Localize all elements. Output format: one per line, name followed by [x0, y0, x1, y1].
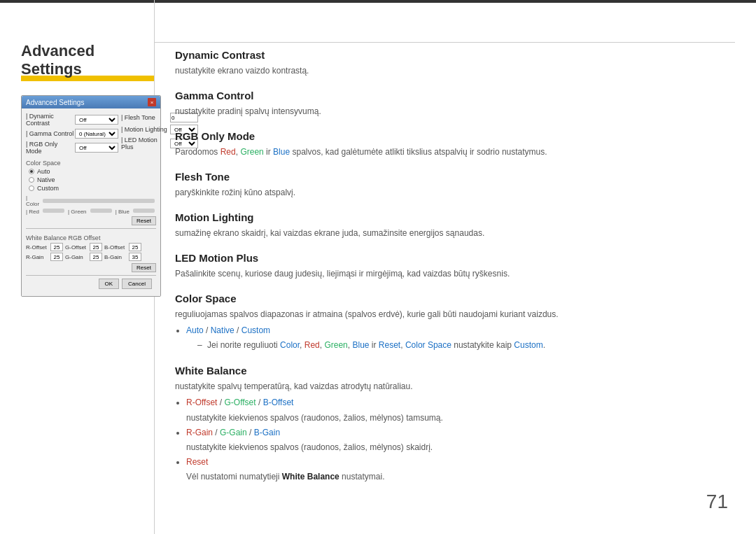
radio-custom[interactable]: Custom	[29, 185, 156, 192]
dialog-title-text: Advanced Settings	[26, 99, 84, 106]
cancel-button[interactable]: Cancel	[122, 279, 152, 289]
section-title-dynamic-contrast: Dynamic Contrast	[175, 49, 735, 61]
radio-native[interactable]: Native	[29, 176, 156, 183]
rgb-green-link: Green	[240, 147, 263, 157]
section-text-rgb-only-mode: Parodomos Red, Green ir Blue spalvos, ka…	[175, 146, 735, 158]
color-sliders: | Color | Red | Green | Blue Reset	[26, 195, 156, 225]
wb-reset-button[interactable]: Reset	[132, 263, 156, 272]
section-title-motion-lighting: Motion Lighting	[175, 211, 735, 223]
rgb-only-mode-select[interactable]: Off	[75, 143, 118, 153]
section-gamma-control: Gamma Control nustatykite pradinį spalvų…	[175, 90, 735, 118]
section-dynamic-contrast: Dynamic Contrast nustatykite ekrano vaiz…	[175, 49, 735, 77]
radio-native-label: Native	[37, 176, 55, 183]
wb-offset-desc: nustatykite kiekvienos spalvos (raudonos…	[186, 412, 735, 424]
page-number: 71	[706, 491, 728, 513]
dialog-row-dynamic-contrast: | Dynamic Contrast Off	[26, 113, 118, 127]
wb-section-label: White Balance RGB Offset	[26, 234, 156, 241]
cs-reset-link: Reset	[379, 340, 400, 350]
cs-red-link: Red	[304, 340, 320, 350]
b-gain-input[interactable]	[129, 253, 141, 261]
section-text-led-motion-plus: Pašalinkite scenų, kuriose daug judesių,…	[175, 267, 735, 280]
wb-offset-row: R-Offset G-Offset B-Offset	[26, 243, 156, 251]
wb-bullet-reset: Reset Vėl nustatomi numatytieji White Ba…	[186, 456, 735, 483]
page-title: Advanced Settings	[21, 42, 154, 81]
section-color-space: Color Space reguliuojamas spalvos diapaz…	[175, 293, 735, 352]
g-offset-input[interactable]	[90, 243, 102, 251]
wb-b-gain-link: B-Gain	[254, 428, 280, 437]
advanced-settings-dialog: Advanced Settings × | Dynamic Contrast O…	[21, 95, 161, 297]
ok-button[interactable]: OK	[99, 279, 120, 289]
dialog-row-rgb-only-mode: | RGB Only Mode Off	[26, 141, 118, 155]
cs-blue-link: Blue	[352, 340, 369, 350]
section-title-flesh-tone: Flesh Tone	[175, 171, 735, 183]
radio-custom-dot	[29, 185, 34, 191]
top-bar	[0, 0, 756, 3]
wb-bullet-offset: R-Offset / G-Offset / B-Offset nustatyki…	[186, 396, 735, 423]
section-title-led-motion-plus: LED Motion Plus	[175, 252, 735, 264]
wb-r-offset-link: R-Offset	[186, 398, 217, 407]
color-space-section-label: Color Space	[26, 160, 156, 167]
radio-custom-label: Custom	[37, 185, 59, 192]
white-balance-section: White Balance RGB Offset R-Offset G-Offs…	[26, 228, 156, 272]
green-slider[interactable]	[90, 209, 112, 213]
wb-bullet-gain: R-Gain / G-Gain / B-Gain nustatykite kie…	[186, 426, 735, 454]
section-flesh-tone: Flesh Tone paryškinkite rožinį kūno atsp…	[175, 171, 735, 199]
gamma-control-select[interactable]: 0 (Natural)	[75, 129, 118, 139]
dialog-body: | Dynamic Contrast Off | Gamma Control 0…	[22, 108, 160, 296]
wb-g-offset-link: G-Offset	[224, 398, 255, 407]
blue-slider[interactable]	[133, 209, 155, 213]
rgb-blue-link: Blue	[273, 147, 290, 157]
dynamic-contrast-select[interactable]: Off	[75, 115, 118, 125]
section-title-color-space: Color Space	[175, 293, 735, 304]
color-space-bullets: Auto / Native / Custom Jei norite reguli…	[186, 324, 735, 352]
section-rgb-only-mode: RGB Only Mode Parodomos Red, Green ir Bl…	[175, 130, 735, 158]
page-title-text: Advanced Settings	[21, 42, 94, 78]
color-space-bullet-options: Auto / Native / Custom Jei norite reguli…	[186, 324, 735, 352]
section-text-gamma-control: nustatykite pradinį spalvų intensyvumą.	[175, 105, 735, 118]
cs-custom-link: Custom	[241, 325, 270, 335]
section-led-motion-plus: LED Motion Plus Pašalinkite scenų, kurio…	[175, 252, 735, 280]
left-panel: Advanced Settings Advanced Settings × | …	[21, 42, 154, 297]
r-gain-input[interactable]	[50, 253, 63, 261]
wb-bold-label: White Balance	[282, 472, 340, 482]
section-text-motion-lighting: sumažinę ekrano skaidrį, kai vaizdas ekr…	[175, 227, 735, 239]
red-slider[interactable]	[43, 209, 64, 213]
radio-group-color-space: Auto Native Custom	[29, 168, 156, 192]
cs-native-link: Native	[211, 325, 234, 335]
radio-auto[interactable]: Auto	[29, 168, 156, 175]
section-text-flesh-tone: paryškinkite rožinį kūno atspalvį.	[175, 186, 735, 199]
dialog-title-bar: Advanced Settings ×	[22, 96, 160, 108]
color-row-color: | Color	[26, 195, 156, 207]
dialog-row-gamma-control: | Gamma Control 0 (Natural)	[26, 129, 118, 139]
wb-r-gain-link: R-Gain	[186, 428, 213, 437]
section-title-gamma-control: Gamma Control	[175, 90, 735, 101]
rgb-red-link: Red	[220, 147, 236, 157]
radio-auto-label: Auto	[37, 168, 50, 175]
color-slider[interactable]	[43, 199, 155, 203]
cs-green-link: Green	[324, 340, 347, 350]
wb-reset-link: Reset	[186, 457, 208, 467]
cs-auto-link: Auto	[186, 325, 204, 335]
top-divider	[154, 42, 735, 43]
section-title-rgb-only-mode: RGB Only Mode	[175, 130, 735, 142]
section-motion-lighting: Motion Lighting sumažinę ekrano skaidrį,…	[175, 211, 735, 239]
section-title-white-balance: White Balance	[175, 365, 735, 377]
wb-g-gain-link: G-Gain	[220, 428, 247, 437]
g-gain-input[interactable]	[90, 253, 102, 261]
wb-gain-row: R-Gain G-Gain B-Gain	[26, 253, 156, 261]
section-text-color-space: reguliuojamas spalvos diapazonas ir atma…	[175, 308, 735, 321]
cs-color-link: Color	[280, 340, 300, 350]
section-white-balance: White Balance nustatykite spalvų tempera…	[175, 365, 735, 483]
b-offset-input[interactable]	[129, 243, 141, 251]
right-panel: Dynamic Contrast nustatykite ekrano vaiz…	[175, 49, 735, 496]
section-text-white-balance: nustatykite spalvų temperatūrą, kad vaiz…	[175, 380, 735, 393]
section-text-dynamic-contrast: nustatykite ekrano vaizdo kontrastą.	[175, 64, 735, 77]
cs-colorspace-link: Color Space	[405, 340, 451, 350]
dialog-footer: OK Cancel	[26, 275, 156, 292]
color-space-sub-bullet: Jei norite reguliuoti Color, Red, Green,…	[207, 339, 735, 352]
white-balance-bullets: R-Offset / G-Offset / B-Offset nustatyki…	[186, 396, 735, 483]
cs-custom-link2: Custom	[514, 340, 542, 350]
r-offset-input[interactable]	[50, 243, 63, 251]
color-reset-button[interactable]: Reset	[132, 216, 156, 225]
dialog-close-button[interactable]: ×	[148, 98, 156, 106]
